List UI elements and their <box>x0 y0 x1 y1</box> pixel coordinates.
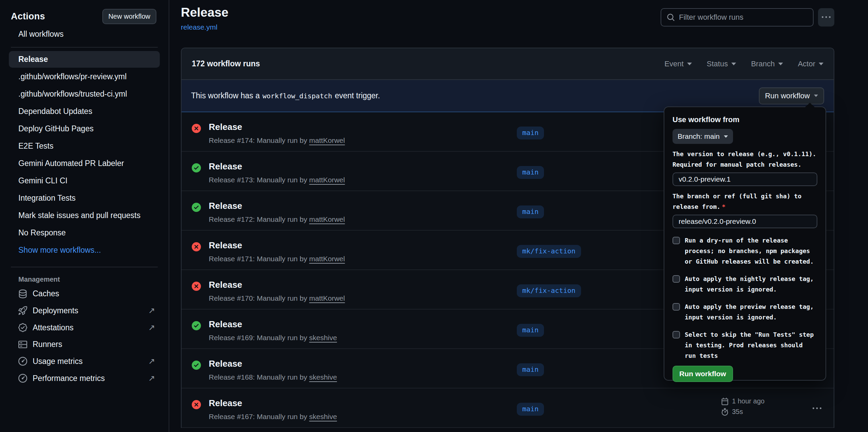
branch-badge[interactable]: mk/fix-action <box>517 284 581 297</box>
run-status-icon <box>192 282 201 291</box>
run-status-icon <box>192 242 201 251</box>
checkbox-icon[interactable] <box>673 275 680 283</box>
actor-filter-dropdown[interactable]: Actor <box>798 60 823 68</box>
run-workflow-dropdown-button[interactable]: Run workflow <box>759 87 824 104</box>
sidebar-item-dependabot-updates[interactable]: Dependabot Updates <box>9 103 160 120</box>
branch-badge[interactable]: main <box>517 324 544 337</box>
show-more-workflows-link[interactable]: Show more workflows... <box>9 242 160 259</box>
nightly-tag-checkbox-row[interactable]: Auto apply the nightly release tag, inpu… <box>673 273 817 295</box>
sidebar-item-trusted-ci[interactable]: .github/workflows/trusted-ci.yml <box>9 86 160 102</box>
sidebar-item-integration-tests[interactable]: Integration Tests <box>9 190 160 206</box>
event-filter-dropdown[interactable]: Event <box>664 60 692 68</box>
run-workflow-label: Run workflow <box>765 92 810 100</box>
sidebar-item-attestations[interactable]: Attestations ↗ <box>0 319 169 336</box>
workflow-file-link[interactable]: release.yml <box>181 23 217 31</box>
version-input[interactable] <box>673 172 817 186</box>
actor-link[interactable]: skeshive <box>309 413 337 420</box>
run-title-link[interactable]: Release <box>209 122 242 132</box>
actor-link[interactable]: mattKorwel <box>309 176 345 184</box>
branch-selector-button[interactable]: Branch: main <box>673 129 733 144</box>
branch-badge[interactable]: main <box>517 403 544 416</box>
sidebar-divider <box>11 267 158 267</box>
sidebar-item-no-response[interactable]: No Response <box>9 225 160 241</box>
checkbox-icon[interactable] <box>673 303 680 311</box>
run-workflow-panel: Use workflow from Branch: main The versi… <box>664 106 826 381</box>
sidebar-item-all-workflows[interactable]: All workflows <box>0 24 169 39</box>
management-list: Caches Deployments ↗ Attestations ↗ Runn… <box>0 285 169 387</box>
ref-help-text: The branch or ref (full git sha) to rele… <box>673 191 817 212</box>
new-workflow-button[interactable]: New workflow <box>102 9 156 24</box>
sidebar-item-label: Deployments <box>33 306 78 315</box>
meter-icon <box>18 357 27 366</box>
checkbox-icon[interactable] <box>673 331 680 338</box>
branch-filter-dropdown[interactable]: Branch <box>751 60 783 68</box>
sidebar-item-deploy-github-pages[interactable]: Deploy GitHub Pages <box>9 120 160 137</box>
branch-badge[interactable]: mk/fix-action <box>517 245 581 258</box>
sidebar-item-label: E2E Tests <box>18 142 53 150</box>
run-title-link[interactable]: Release <box>209 319 242 329</box>
runs-card-header: 172 workflow runs Event Status Branch Ac… <box>182 48 834 80</box>
ref-help-label: The branch or ref (full git sha) to rele… <box>673 193 801 210</box>
status-filter-dropdown[interactable]: Status <box>707 60 736 68</box>
sidebar-item-e2e-tests[interactable]: E2E Tests <box>9 138 160 154</box>
filter-label: Actor <box>798 60 815 68</box>
dry-run-checkbox-row[interactable]: Run a dry-run of the release process; no… <box>673 235 817 267</box>
run-title-link[interactable]: Release <box>209 161 242 171</box>
run-kebab-menu-button[interactable] <box>813 404 821 414</box>
actor-link[interactable]: skeshive <box>309 373 337 381</box>
sidebar-item-mark-stale[interactable]: Mark stale issues and pull requests <box>9 207 160 224</box>
workflow-run-row[interactable]: Release Release #167: Manually run by sk… <box>182 388 834 428</box>
run-description-text: Release #169: Manually run by <box>209 334 307 342</box>
workflow-runs-count: 172 workflow runs <box>192 59 260 68</box>
sidebar-item-label: Usage metrics <box>33 357 83 366</box>
branch-badge[interactable]: main <box>517 363 544 376</box>
actor-link[interactable]: mattKorwel <box>309 215 345 223</box>
checkbox-label: Run a dry-run of the release process; no… <box>685 235 817 267</box>
meter-icon <box>18 374 27 383</box>
branch-badge[interactable]: main <box>517 205 544 218</box>
cache-icon <box>18 289 27 298</box>
actor-link[interactable]: mattKorwel <box>309 136 345 144</box>
actor-link[interactable]: skeshive <box>309 334 337 342</box>
filter-workflow-runs-input[interactable] <box>679 13 807 22</box>
version-help-text: The version to release (e.g., v0.1.11). … <box>673 149 817 170</box>
ref-input[interactable] <box>673 215 817 228</box>
sidebar-item-label: .github/workflows/trusted-ci.yml <box>18 89 127 98</box>
skip-tests-checkbox-row[interactable]: Select to skip the "Run Tests" step in t… <box>673 329 817 361</box>
page-kebab-menu-button[interactable] <box>818 8 834 27</box>
run-title-link[interactable]: Release <box>209 398 242 408</box>
actor-link[interactable]: mattKorwel <box>309 294 345 302</box>
run-workflow-submit-button[interactable]: Run workflow <box>673 366 733 382</box>
sidebar-item-gemini-pr-labeler[interactable]: Gemini Automated PR Labeler <box>9 155 160 172</box>
sidebar-item-label: .github/workflows/pr-review.yml <box>18 72 126 81</box>
run-description-text: Release #171: Manually run by <box>209 255 307 263</box>
sidebar-item-performance-metrics[interactable]: Performance metrics ↗ <box>0 370 169 387</box>
sidebar-item-runners[interactable]: Runners <box>0 336 169 353</box>
sidebar-item-caches[interactable]: Caches <box>0 285 169 302</box>
sidebar-item-gemini-cli-ci[interactable]: Gemini CLI CI <box>9 172 160 189</box>
checkbox-label: Auto apply the nightly release tag, inpu… <box>685 273 817 295</box>
checkbox-icon[interactable] <box>673 237 680 244</box>
run-title-link[interactable]: Release <box>209 240 242 250</box>
filter-label: Status <box>707 60 728 68</box>
run-status-icon <box>192 400 201 409</box>
run-title-link[interactable]: Release <box>209 280 242 290</box>
sidebar-item-usage-metrics[interactable]: Usage metrics ↗ <box>0 353 169 370</box>
sidebar-item-pr-review[interactable]: .github/workflows/pr-review.yml <box>9 68 160 85</box>
sidebar-item-release[interactable]: Release <box>9 51 160 68</box>
run-time: 1 hour ago <box>732 397 765 405</box>
sidebar-item-deployments[interactable]: Deployments ↗ <box>0 302 169 319</box>
run-description-text: Release #167: Manually run by <box>209 413 307 420</box>
actor-link[interactable]: mattKorwel <box>309 255 345 263</box>
run-title-link[interactable]: Release <box>209 201 242 211</box>
sidebar-item-label: Integration Tests <box>18 194 75 202</box>
branch-badge[interactable]: main <box>517 127 544 139</box>
filter-workflow-runs-field[interactable] <box>661 8 814 27</box>
run-title-link[interactable]: Release <box>209 359 242 369</box>
checkbox-label: Select to skip the "Run Tests" step in t… <box>685 329 817 361</box>
preview-tag-checkbox-row[interactable]: Auto apply the preview release tag, inpu… <box>673 301 817 322</box>
required-marker: * <box>722 203 726 210</box>
kebab-icon <box>822 13 831 22</box>
kebab-icon <box>813 404 821 413</box>
branch-badge[interactable]: main <box>517 166 544 179</box>
